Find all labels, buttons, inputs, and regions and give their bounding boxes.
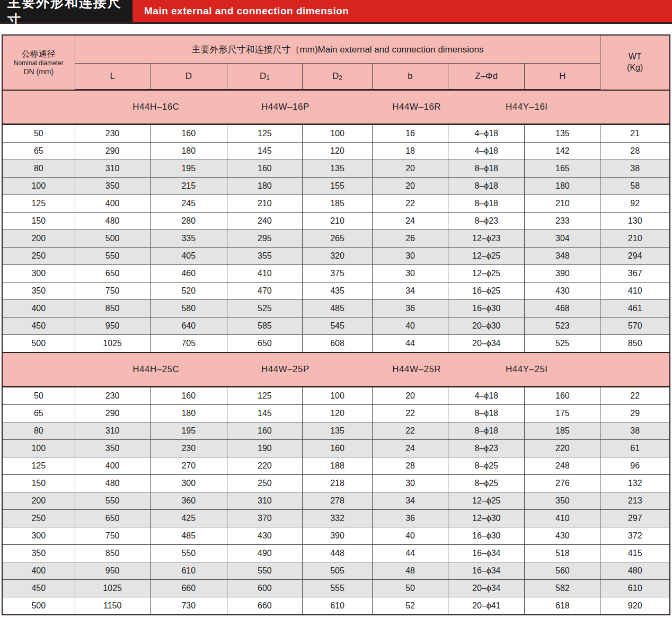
cell-h: 210	[525, 195, 600, 213]
cell-l: 400	[75, 195, 150, 213]
weight-header-line1: WT	[600, 51, 669, 63]
table-row-dn-125: 125400245210185228–ϕ1821092	[2, 195, 670, 213]
cell-b: 22	[373, 195, 448, 213]
cell-h: 220	[525, 440, 600, 457]
table-row-dn-50: 50230160125100164–ϕ1813521	[2, 125, 670, 143]
page-title-bar: 主要外形和连接尺寸 Main external and connection d…	[0, 0, 672, 24]
cell-dn: 350	[2, 282, 75, 300]
weight-header: WT (Kg)	[600, 35, 670, 90]
cell-d2: 610	[302, 597, 372, 615]
cell-d: 610	[150, 562, 227, 580]
cell-zphid: 8–ϕ18	[448, 178, 525, 195]
cell-d: 270	[150, 457, 227, 475]
cell-wt: 850	[600, 335, 670, 353]
cell-d2: 278	[302, 492, 372, 510]
cell-l: 230	[75, 125, 150, 143]
cell-d2: 100	[302, 387, 372, 405]
cell-d2: 505	[302, 562, 372, 580]
table-row-dn-250: 2505504053553203012–ϕ25348294	[2, 248, 670, 265]
column-header-d: D	[150, 64, 227, 90]
cell-b: 40	[373, 527, 448, 545]
column-header-d2: D2	[302, 64, 372, 90]
cell-l: 850	[75, 545, 150, 562]
cell-wt: 461	[600, 300, 670, 317]
cell-d1: 250	[227, 475, 302, 492]
cell-d: 195	[150, 160, 227, 178]
cell-h: 618	[525, 597, 600, 615]
cell-d2: 188	[302, 457, 372, 475]
cell-zphid: 8–ϕ18	[448, 405, 525, 422]
table-row-dn-80: 80310195160135208–ϕ1816538	[2, 160, 670, 178]
cell-d: 705	[150, 335, 227, 353]
series-band-cell: H44H–25CH44W–25PH44W–25RH44Y–25I	[2, 352, 670, 387]
table-row-dn-65: 65290180145120228–ϕ1817529	[2, 405, 670, 422]
cell-b: 24	[373, 213, 448, 230]
table-row-dn-150: 150480300250218308–ϕ25276132	[2, 475, 670, 492]
table-row-dn-200: 2005003352952652612–ϕ23304210	[2, 230, 670, 248]
cell-b: 40	[373, 317, 448, 335]
cell-zphid: 20–ϕ34	[448, 580, 525, 597]
series-band-row: H44H–25CH44W–25PH44W–25RH44Y–25I	[2, 352, 670, 387]
cell-l: 500	[75, 230, 150, 248]
model-name: H44H–25C	[132, 364, 179, 375]
cell-b: 36	[373, 510, 448, 527]
table-row-dn-450: 4509506405855454020–ϕ30523570	[2, 317, 670, 335]
cell-d: 215	[150, 178, 227, 195]
cell-zphid: 8–ϕ23	[448, 213, 525, 230]
cell-wt: 415	[600, 545, 670, 562]
cell-wt: 570	[600, 317, 670, 335]
cell-wt: 480	[600, 562, 670, 580]
cell-zphid: 8–ϕ25	[448, 475, 525, 492]
cell-d2: 435	[302, 282, 372, 300]
cell-h: 142	[525, 143, 600, 160]
cell-wt: 28	[600, 143, 670, 160]
cell-dn: 50	[2, 387, 75, 405]
model-name: H44W–16P	[261, 102, 310, 112]
model-name: H44W–25P	[261, 364, 310, 375]
cell-d1: 240	[227, 213, 302, 230]
cell-d1: 220	[227, 457, 302, 475]
cell-d2: 545	[302, 317, 372, 335]
cell-d1: 190	[227, 440, 302, 457]
cell-wt: 61	[600, 440, 670, 457]
cell-h: 430	[525, 527, 600, 545]
cell-dn: 200	[2, 230, 75, 248]
cell-dn: 80	[2, 422, 75, 440]
cell-dn: 400	[2, 300, 75, 317]
cell-d: 300	[150, 475, 227, 492]
cell-b: 30	[373, 248, 448, 265]
cell-h: 560	[525, 562, 600, 580]
table-row-dn-350: 3508505504904484416–ϕ34518415	[2, 545, 670, 562]
cell-zphid: 16–ϕ25	[448, 282, 525, 300]
cell-d: 580	[150, 300, 227, 317]
cell-dn: 125	[2, 457, 75, 475]
cell-h: 185	[525, 422, 600, 440]
cell-d2: 332	[302, 510, 372, 527]
cell-b: 20	[373, 178, 448, 195]
table-row-dn-100: 100350230190160248–ϕ2322061	[2, 440, 670, 457]
cell-d2: 120	[302, 405, 372, 422]
cell-d: 640	[150, 317, 227, 335]
cell-b: 18	[373, 143, 448, 160]
cell-dn: 500	[2, 335, 75, 353]
cell-dn: 450	[2, 580, 75, 597]
cell-l: 290	[75, 405, 150, 422]
table-row-dn-80: 80310195160135228–ϕ1818538	[2, 422, 670, 440]
cell-dn: 150	[2, 213, 75, 230]
cell-l: 650	[75, 510, 150, 527]
cell-d2: 390	[302, 527, 372, 545]
cell-d: 460	[150, 265, 227, 282]
cell-d: 550	[150, 545, 227, 562]
cell-dn: 65	[2, 405, 75, 422]
cell-h: 180	[525, 178, 600, 195]
cell-h: 276	[525, 475, 600, 492]
cell-h: 518	[525, 545, 600, 562]
cell-d: 520	[150, 282, 227, 300]
column-header-l: L	[75, 64, 150, 90]
cell-d: 245	[150, 195, 227, 213]
cell-d1: 410	[227, 265, 302, 282]
cell-d: 360	[150, 492, 227, 510]
cell-h: 160	[525, 387, 600, 405]
cell-dn: 100	[2, 440, 75, 457]
table-row-dn-400: 4008505805254853616–ϕ30468461	[2, 300, 670, 317]
